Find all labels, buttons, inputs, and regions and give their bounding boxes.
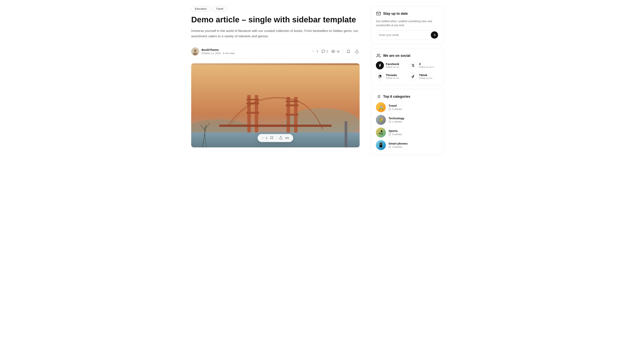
reading-progress: 4% [285, 136, 289, 140]
comment-count: 2 [327, 50, 328, 53]
comment-icon[interactable] [321, 49, 326, 54]
svg-point-28 [377, 54, 379, 56]
like-icon[interactable]: ♡ [311, 49, 315, 54]
category-technology[interactable]: 🌾 Technology 1 articles [376, 115, 439, 125]
social-platforms: Facebook Follow us on... X Follow us on … [376, 61, 439, 80]
article-excerpt: Immerse yourself in the world of literat… [191, 28, 360, 38]
view-count: 16 [337, 50, 340, 53]
sidebar: Stay up to date Get notified when I publ… [371, 6, 444, 155]
category-smartphones[interactable]: 📱 Smart phones 3 articles [376, 140, 439, 150]
share-icon[interactable] [354, 49, 360, 54]
x-icon [409, 61, 417, 70]
categories-header: Top 6 categories [376, 94, 439, 99]
eye-icon [331, 49, 335, 54]
newsletter-card: Stay up to date Get notified when I publ… [371, 6, 444, 44]
social-tiktok[interactable]: Tiktok Follow us on... [409, 72, 439, 80]
float-like-group: ♡ 2 [262, 136, 267, 140]
social-header: We are on social [376, 53, 439, 58]
article-tags: Education Travel [191, 6, 360, 12]
mail-icon [376, 11, 381, 16]
sports-thumb: 🏖 [376, 128, 386, 138]
svg-text:🚕: 🚕 [378, 104, 384, 110]
float-bookmark-icon[interactable] [270, 136, 273, 140]
svg-point-2 [193, 52, 197, 56]
comments-group: 2 [321, 49, 328, 54]
article-title: Demo article – single with sidebar templ… [191, 15, 360, 24]
author-name: BooliiTheme [201, 48, 235, 52]
social-x[interactable]: X Follow us on X [409, 61, 439, 70]
newsletter-description: Get notified when I publish something ne… [376, 19, 439, 27]
facebook-icon [376, 61, 384, 70]
hero-image: ♡ 2 4% [191, 63, 360, 148]
category-list: 🚕 Travel 5 articles 🌾 [376, 102, 439, 150]
category-sports[interactable]: 🏖 Sports 5 articles [376, 128, 439, 138]
svg-point-3 [333, 51, 334, 52]
author-row: BooliiTheme October 11, 2024 · 3 min rea… [191, 44, 360, 59]
author-details: BooliiTheme October 11, 2024 · 3 min rea… [201, 48, 235, 55]
email-input[interactable] [379, 34, 431, 36]
social-title: We are on social [383, 54, 410, 58]
avatar [191, 48, 199, 56]
float-like-count: 2 [266, 136, 267, 140]
tiktok-icon [409, 72, 417, 80]
category-smartphones-info: Smart phones 3 articles [389, 142, 408, 148]
author-info: BooliiTheme October 11, 2024 · 3 min rea… [191, 48, 235, 56]
float-share-icon[interactable] [279, 136, 282, 140]
newsletter-header: Stay up to date [376, 11, 439, 16]
float-divider [276, 136, 276, 140]
travel-thumb: 🚕 [376, 102, 386, 112]
likes-group: ♡ 2 [311, 49, 318, 54]
email-submit-button[interactable] [431, 31, 438, 38]
category-sports-info: Sports 5 articles [389, 129, 402, 136]
x-info: X Follow us on X [419, 62, 434, 68]
category-travel[interactable]: 🚕 Travel 5 articles [376, 102, 439, 112]
tag-education[interactable]: Education [191, 6, 210, 12]
technology-thumb: 🌾 [376, 115, 386, 125]
article-actions: ♡ 2 2 [311, 49, 360, 54]
categories-card: Top 6 categories 🚕 Travel 5 articles [371, 89, 444, 155]
facebook-info: Facebook Follow us on... [386, 62, 401, 68]
threads-info: Threads Follow us on... [386, 74, 401, 80]
bookmark-icon[interactable] [346, 49, 351, 54]
email-form [376, 30, 439, 40]
page-layout: Education Travel Demo article – single w… [184, 0, 451, 161]
newsletter-title: Stay up to date [383, 12, 408, 16]
main-content: Education Travel Demo article – single w… [191, 6, 360, 155]
category-travel-info: Travel 5 articles [389, 104, 402, 110]
tiktok-info: Tiktok Follow us on... [419, 74, 434, 80]
social-threads[interactable]: Threads Follow us on... [376, 72, 406, 80]
svg-text:📱: 📱 [378, 142, 384, 148]
like-count: 2 [317, 50, 318, 53]
floating-action-bar: ♡ 2 4% [258, 134, 293, 142]
actions-divider [343, 49, 343, 54]
author-meta: October 11, 2024 · 3 min read [201, 52, 235, 55]
tag-travel[interactable]: Travel [212, 6, 227, 12]
categories-icon [376, 94, 381, 99]
svg-text:🏖: 🏖 [379, 130, 383, 135]
svg-point-1 [194, 49, 197, 52]
social-card: We are on social Facebook Follow us on..… [371, 48, 444, 85]
float-like-icon[interactable]: ♡ [262, 136, 264, 140]
category-technology-info: Technology 1 articles [389, 116, 404, 123]
views-group: 16 [331, 49, 340, 54]
social-facebook[interactable]: Facebook Follow us on... [376, 61, 406, 70]
threads-icon [376, 72, 384, 80]
categories-title: Top 6 categories [383, 95, 410, 99]
smartphones-thumb: 📱 [376, 140, 386, 150]
svg-text:🌾: 🌾 [378, 117, 384, 122]
social-icon [376, 53, 381, 58]
